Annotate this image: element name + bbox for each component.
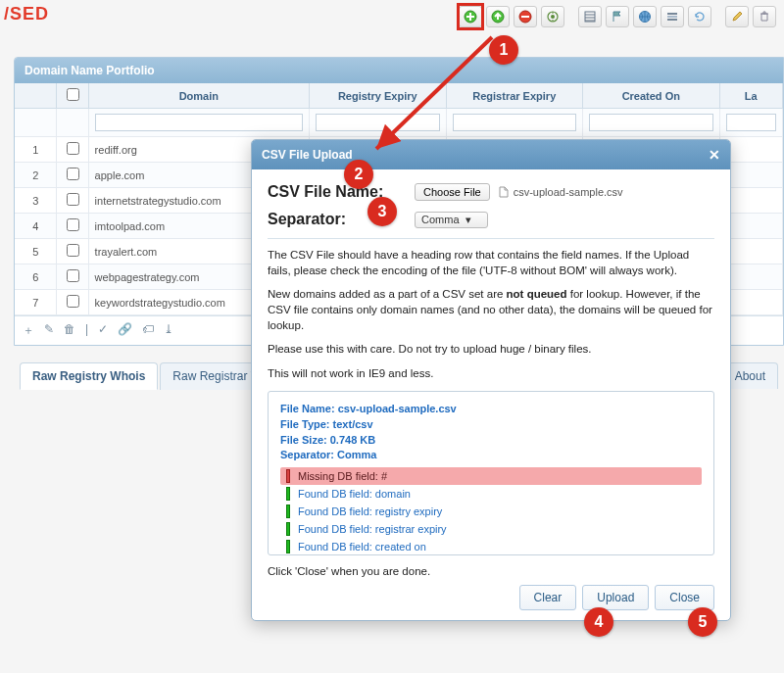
portfolio-title: Domain Name Portfolio: [15, 58, 783, 83]
columns-icon[interactable]: [578, 6, 602, 27]
edit-icon[interactable]: [725, 6, 749, 27]
row-number: 1: [15, 137, 57, 163]
column-created-on[interactable]: Created On: [583, 83, 720, 109]
log-line-ok: Found DB field: registry expiry: [280, 503, 702, 520]
callout-5: 5: [688, 607, 717, 637]
status-bar-icon: [286, 469, 290, 483]
filter-row: [15, 109, 783, 137]
flag-icon[interactable]: [606, 6, 629, 27]
tab-raw-registry-whois[interactable]: Raw Registry Whois: [20, 362, 158, 390]
row-number: 7: [15, 290, 57, 315]
row-checkbox[interactable]: [67, 168, 79, 180]
delete-icon[interactable]: [514, 6, 537, 27]
status-bar-icon: [286, 540, 290, 553]
filter-domain[interactable]: [95, 114, 303, 131]
row-checkbox[interactable]: [67, 244, 79, 257]
log-line-ok: Found DB field: domain: [280, 485, 702, 503]
toolbar-trash-icon[interactable]: 🗑: [64, 322, 75, 339]
trash-icon[interactable]: [753, 6, 776, 27]
upload-button[interactable]: Upload: [582, 585, 649, 610]
fetch-icon[interactable]: [541, 6, 564, 27]
row-number: 5: [15, 239, 57, 264]
log-line-ok: Found DB field: registrar expiry: [280, 520, 702, 538]
status-bar-icon: [286, 522, 290, 536]
row-checkbox[interactable]: [67, 295, 79, 308]
row-number: 4: [15, 214, 57, 239]
separator-select[interactable]: Comma ▾: [415, 212, 488, 228]
row-checkbox[interactable]: [67, 218, 79, 231]
top-toolbar: [459, 6, 776, 27]
dialog-body: CSV File Name: Choose File csv-upload-sa…: [252, 169, 730, 620]
globe-icon[interactable]: [633, 6, 657, 27]
toolbar-sep: |: [85, 322, 88, 339]
csv-upload-dialog: CSV File Upload ✕ CSV File Name: Choose …: [251, 139, 731, 621]
log-separator: Separator: Comma: [280, 448, 702, 463]
file-icon: [498, 186, 510, 198]
toolbar-tag-icon[interactable]: 🏷: [142, 322, 154, 339]
choose-file-button[interactable]: Choose File: [415, 183, 490, 201]
bottom-tabs-left: Raw Registry Whois Raw Registrar W: [20, 362, 274, 390]
filter-icon[interactable]: [661, 6, 684, 27]
row-checkbox[interactable]: [67, 142, 79, 155]
filter-registry[interactable]: [316, 114, 440, 131]
column-last[interactable]: La: [719, 83, 782, 109]
toolbar-link-icon[interactable]: 🔗: [118, 322, 132, 339]
status-bar-icon: [286, 505, 290, 518]
filter-registrar[interactable]: [453, 114, 577, 131]
dialog-help-text: The CSV File should have a heading row t…: [268, 247, 714, 381]
dialog-titlebar[interactable]: CSV File Upload ✕: [252, 140, 730, 169]
dialog-close-icon[interactable]: ✕: [709, 147, 720, 163]
row-checkbox[interactable]: [67, 269, 79, 282]
svg-rect-7: [667, 16, 677, 18]
callout-2: 2: [344, 160, 373, 189]
row-number: 3: [15, 188, 57, 214]
callout-1: 1: [489, 35, 518, 65]
refresh-icon[interactable]: [688, 6, 711, 27]
select-all-checkbox[interactable]: [67, 88, 79, 101]
filter-last[interactable]: [726, 114, 776, 131]
svg-rect-6: [667, 13, 677, 15]
filter-created[interactable]: [589, 114, 713, 131]
toolbar-edit-icon[interactable]: ✎: [44, 322, 54, 339]
dialog-buttons: Clear Upload Close: [268, 577, 714, 610]
toolbar-export-icon[interactable]: ⤓: [164, 322, 173, 339]
svg-rect-8: [667, 19, 677, 21]
upload-icon[interactable]: [486, 6, 510, 27]
log-file-name: File Name: csv-upload-sample.csv: [280, 402, 702, 417]
clear-button[interactable]: Clear: [519, 585, 577, 610]
row-number: 2: [15, 163, 57, 188]
toolbar-check-icon[interactable]: ✓: [98, 322, 108, 339]
upload-log[interactable]: File Name: csv-upload-sample.csv File Ty…: [268, 391, 714, 555]
row-checkbox[interactable]: [67, 193, 79, 206]
dialog-footnote: Click 'Close' when you are done.: [268, 565, 714, 577]
chosen-file-name: csv-upload-sample.csv: [498, 186, 623, 198]
log-line-ok: Found DB field: created on: [280, 538, 702, 554]
app-logo: /SED: [4, 4, 49, 24]
status-bar-icon: [286, 487, 290, 501]
toolbar-add-icon[interactable]: ＋: [23, 322, 34, 339]
log-file-size: File Size: 0.748 KB: [280, 433, 702, 449]
csv-file-name-label: CSV File Name:: [268, 183, 415, 201]
column-registry-expiry[interactable]: Registry Expiry: [309, 83, 446, 109]
add-icon[interactable]: [459, 6, 482, 27]
callout-3: 3: [368, 197, 397, 226]
table-header-row: Domain Registry Expiry Registrar Expiry …: [15, 83, 783, 109]
log-line-error: Missing DB field: #: [280, 467, 702, 485]
column-domain[interactable]: Domain: [88, 83, 309, 109]
dialog-title-text: CSV File Upload: [262, 148, 353, 162]
column-registrar-expiry[interactable]: Registrar Expiry: [446, 83, 583, 109]
row-number: 6: [15, 264, 57, 290]
close-button[interactable]: Close: [655, 585, 714, 610]
callout-4: 4: [584, 607, 613, 637]
log-file-type: File Type: text/csv: [280, 417, 702, 433]
